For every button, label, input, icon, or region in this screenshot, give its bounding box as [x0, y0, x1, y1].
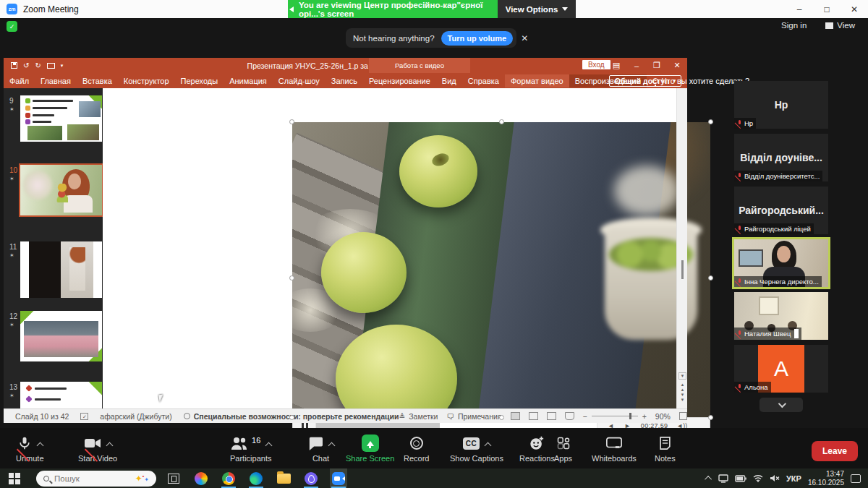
start-button[interactable] — [9, 473, 20, 484]
selection-handle[interactable] — [289, 275, 294, 281]
security-shield-icon[interactable]: ✓ — [7, 21, 17, 32]
slide-11-thumbnail[interactable] — [20, 241, 102, 298]
chevron-up-icon[interactable] — [265, 442, 273, 449]
slide-sorter-view-button[interactable] — [529, 412, 538, 420]
tab-file[interactable]: Файл — [4, 74, 35, 87]
minimize-button[interactable]: – — [786, 0, 813, 18]
participant-tile[interactable]: Відділ доуніве... Відділ доуніверситетс.… — [734, 134, 828, 181]
slideshow-view-button[interactable] — [565, 412, 574, 420]
tab-view[interactable]: Вид — [436, 74, 462, 87]
tab-animations[interactable]: Анимация — [224, 74, 273, 87]
participant-tile[interactable]: Наталия Швец — [734, 292, 828, 340]
selection-handle[interactable] — [499, 119, 504, 124]
taskbar-zoom-icon[interactable] — [330, 468, 347, 488]
language-indicator[interactable]: афарский (Джибути) — [100, 412, 171, 421]
zoom-percentage[interactable]: 90% — [655, 412, 671, 421]
hidden-icons-chevron[interactable] — [705, 476, 712, 483]
quick-access-toolbar[interactable]: ↺ ↻ ▾ — [11, 61, 63, 69]
ppt-restore-button[interactable]: ❐ — [647, 61, 667, 70]
slide-12-thumbnail[interactable] — [20, 311, 102, 361]
tab-transitions[interactable]: Переходы — [175, 74, 224, 87]
turn-up-volume-button[interactable]: Turn up volume — [441, 31, 514, 46]
slide-editing-area[interactable]: ◄ ► 00:27,59 ◄)) — [103, 88, 676, 408]
tab-help[interactable]: Справка — [462, 74, 505, 87]
slide-9-entry[interactable]: 9 ✶ — [4, 95, 103, 159]
vertical-scrollbar[interactable]: ▼ ▲▲ ▼▼ — [676, 88, 687, 408]
tab-slideshow[interactable]: Слайд-шоу — [273, 74, 326, 87]
taskbar-edge-icon[interactable] — [247, 468, 265, 488]
taskbar-file-explorer-icon[interactable] — [275, 468, 292, 488]
apps-button[interactable]: Apps — [554, 434, 572, 463]
chevron-up-icon[interactable] — [328, 442, 336, 449]
participant-tile-active-speaker[interactable]: Інна Чернега директо... — [734, 239, 828, 287]
selection-handle[interactable] — [289, 415, 294, 420]
taskbar-viber-icon[interactable] — [302, 468, 320, 488]
chat-button[interactable]: Chat — [307, 434, 334, 463]
scrollbar-thumb[interactable] — [681, 260, 684, 279]
split-dropdown-icon[interactable]: ▼ — [678, 372, 686, 380]
slide-thumbnail-panel[interactable]: 9 ✶ 10 ✶ — [4, 88, 103, 408]
whiteboards-button[interactable]: Whiteboards — [592, 434, 637, 463]
selection-handle[interactable] — [499, 415, 504, 420]
unmute-button[interactable]: Unmute — [16, 434, 44, 463]
participants-button[interactable]: 16 Participants — [230, 434, 271, 463]
slide-13-thumbnail[interactable] — [20, 382, 102, 408]
slide-10-entry[interactable]: 10 ✶ — [4, 165, 103, 231]
taskbar-copilot-icon[interactable] — [192, 468, 210, 488]
tab-record[interactable]: Запись — [326, 74, 363, 87]
muted-volume-tray-icon[interactable] — [770, 474, 780, 482]
normal-view-button[interactable] — [511, 412, 520, 420]
ppt-minimize-button[interactable]: – — [626, 61, 647, 70]
close-button[interactable]: ✕ — [841, 0, 868, 18]
share-document-button[interactable]: Общий доступ ▾ — [609, 75, 681, 87]
slide-12-entry[interactable]: 12 ✶ — [4, 311, 103, 376]
redo-icon[interactable]: ↻ — [35, 61, 41, 69]
reading-view-button[interactable] — [547, 412, 556, 420]
show-captions-button[interactable]: CC Show Captions — [450, 434, 503, 463]
share-screen-button[interactable]: Share Screen — [346, 434, 394, 463]
participant-tile[interactable]: А Альона — [734, 345, 828, 393]
slide-9-thumbnail[interactable] — [20, 95, 102, 142]
participant-tile[interactable]: Нр Нр — [734, 81, 828, 129]
selection-handle[interactable] — [708, 415, 713, 420]
close-notification-icon[interactable]: ✕ — [521, 33, 528, 43]
tab-design[interactable]: Конструктор — [118, 74, 175, 87]
qat-dropdown-icon[interactable]: ▾ — [61, 63, 64, 69]
chevron-up-icon[interactable] — [485, 442, 492, 449]
slide-13-entry[interactable]: 13 ✶ — [4, 382, 103, 408]
collapse-panel-button[interactable] — [760, 398, 803, 412]
start-video-button[interactable]: Start Video — [78, 434, 117, 463]
display-tray-icon[interactable] — [718, 474, 728, 483]
participant-tile[interactable]: Райгородський... Райгородський ліцей — [734, 187, 828, 234]
clock[interactable]: 13:47 16.10.2025 — [808, 470, 844, 487]
wifi-tray-icon[interactable] — [753, 474, 763, 482]
selection-handle[interactable] — [708, 275, 713, 281]
record-button[interactable]: Record — [404, 434, 429, 463]
undo-icon[interactable]: ↺ — [23, 61, 29, 69]
save-icon[interactable] — [11, 62, 17, 69]
reactions-button[interactable]: Reactions — [519, 434, 555, 463]
leave-button[interactable]: Leave — [812, 441, 858, 461]
slide-11-entry[interactable]: 11 ✶ — [4, 241, 103, 305]
task-view-button[interactable] — [168, 474, 179, 484]
taskbar-chrome-icon[interactable] — [220, 468, 237, 488]
view-button[interactable]: View — [820, 19, 861, 32]
spellcheck-icon[interactable]: ✓ — [80, 413, 88, 420]
comments-toggle[interactable]: 🗨 Примечания — [446, 412, 501, 421]
selection-handle[interactable] — [708, 119, 713, 124]
ppt-close-button[interactable]: ✕ — [667, 61, 687, 70]
slideshow-icon[interactable] — [47, 63, 55, 69]
notes-toggle[interactable]: ≜ Заметки — [399, 412, 438, 421]
search-input[interactable] — [54, 474, 119, 483]
accessibility-status[interactable]: Специальные возможности: проверьте реком… — [194, 412, 399, 421]
slide-10-thumbnail-selected[interactable] — [20, 165, 102, 215]
next-slide-button[interactable]: ▼▼ — [678, 393, 687, 403]
notification-center-icon[interactable] — [851, 474, 861, 483]
previous-slide-button[interactable]: ▲▲ — [678, 382, 687, 393]
tab-video-format[interactable]: Формат видео — [505, 74, 569, 87]
selection-handle[interactable] — [289, 119, 294, 124]
ribbon-options-icon[interactable]: ▤ — [606, 61, 626, 70]
sign-in-button[interactable]: Sign in — [775, 19, 812, 32]
view-options-button[interactable]: View Options — [498, 0, 576, 18]
maximize-button[interactable]: □ — [813, 0, 841, 18]
